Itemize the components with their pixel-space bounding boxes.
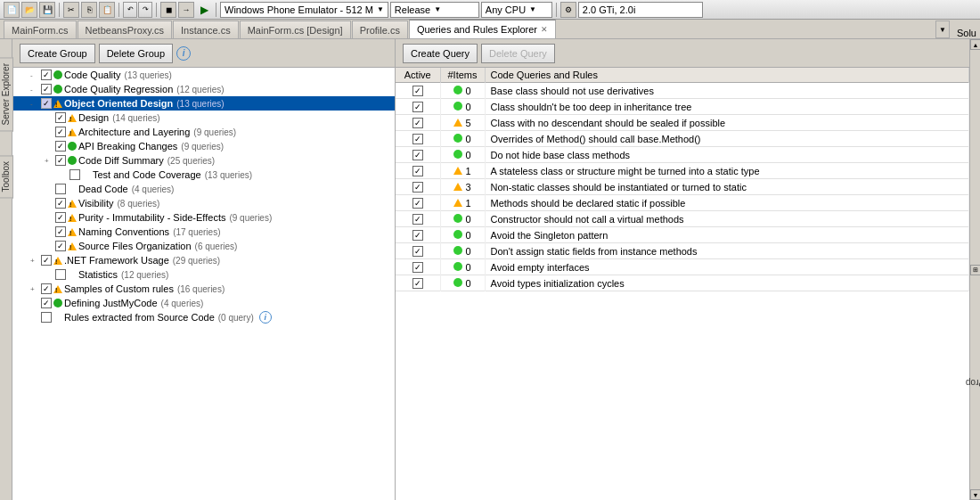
tree-item-test-coverage[interactable]: Test and Code Coverage (13 queries): [12, 168, 395, 182]
active-cell[interactable]: [396, 115, 440, 131]
tree-item-visibility[interactable]: Visibility (8 queries): [12, 196, 395, 210]
table-row[interactable]: 0 Overrides of Method() should call base…: [396, 131, 969, 147]
table-row[interactable]: 0 Avoid types initialization cycles: [396, 275, 969, 291]
checkbox-cq-regression[interactable]: [41, 84, 52, 94]
tree-item-code-diff[interactable]: + Code Diff Summary (25 queries): [12, 153, 395, 168]
tree-item-design[interactable]: Design (14 queries): [12, 111, 395, 125]
row-checkbox[interactable]: [412, 182, 423, 193]
active-cell[interactable]: [396, 99, 440, 115]
tab-instance-cs[interactable]: Instance.cs: [173, 20, 239, 38]
active-cell[interactable]: [396, 243, 440, 259]
copy-icon[interactable]: ⎘: [81, 2, 97, 18]
tree-item-statistics[interactable]: Statistics (12 queries): [12, 267, 395, 282]
tab-mainform-design[interactable]: MainForm.cs [Design]: [240, 20, 351, 38]
table-row[interactable]: 5 Class with no descendant should be sea…: [396, 115, 969, 131]
tree-item-samples[interactable]: + Samples of Custom rules (16 queries): [12, 282, 395, 296]
redo-button[interactable]: ↷: [138, 2, 152, 18]
row-checkbox[interactable]: [412, 262, 423, 273]
row-checkbox[interactable]: [412, 198, 423, 209]
tab-mainform-cs[interactable]: MainForm.cs: [4, 20, 77, 38]
properties-icon[interactable]: ⊞: [970, 265, 981, 275]
query-table[interactable]: Active #Items Code Queries and Rules 0 B…: [396, 68, 969, 500]
checkbox-statistics[interactable]: [55, 269, 66, 280]
close-icon[interactable]: ✕: [541, 25, 548, 34]
active-cell[interactable]: [396, 179, 440, 195]
emulator-dropdown[interactable]: Windows Phone Emulator - 512 M ▼: [220, 2, 388, 18]
row-checkbox[interactable]: [412, 246, 423, 257]
tree-area[interactable]: - Code Quality (13 queries) - Code Quali…: [12, 68, 395, 500]
info-icon[interactable]: i: [176, 46, 191, 61]
toolbox-tab[interactable]: Toolbox: [0, 155, 13, 198]
delete-group-button[interactable]: Delete Group: [99, 44, 173, 63]
checkbox-samples[interactable]: [41, 283, 52, 294]
table-row[interactable]: 0 Avoid the Singleton pattern: [396, 227, 969, 243]
active-cell[interactable]: [396, 227, 440, 243]
create-query-button[interactable]: Create Query: [403, 44, 478, 63]
row-checkbox[interactable]: [412, 230, 423, 241]
checkbox-design[interactable]: [55, 112, 66, 123]
row-checkbox[interactable]: [412, 102, 423, 112]
table-row[interactable]: 0 Class shouldn't be too deep in inherit…: [396, 99, 969, 115]
open-icon[interactable]: 📂: [21, 2, 37, 18]
checkbox-just-my-code[interactable]: [41, 298, 52, 308]
checkbox-code-quality[interactable]: [41, 70, 52, 80]
new-file-icon[interactable]: 📄: [4, 2, 20, 18]
run-button[interactable]: ▶: [196, 2, 212, 18]
row-checkbox[interactable]: [412, 166, 423, 176]
table-row[interactable]: 1 Methods should be declared static if p…: [396, 195, 969, 211]
checkbox-arch[interactable]: [55, 127, 66, 137]
tree-item-naming[interactable]: Naming Conventions (17 queries): [12, 225, 395, 239]
delete-query-button[interactable]: Delete Query: [481, 44, 555, 63]
table-row[interactable]: 0 Avoid empty interfaces: [396, 259, 969, 275]
tree-item-api-breaking[interactable]: API Breaking Changes (9 queries): [12, 139, 395, 153]
tabs-overflow-button[interactable]: ▼: [935, 20, 950, 38]
debug-icon[interactable]: ◼: [160, 2, 176, 18]
checkbox-visibility[interactable]: [55, 198, 66, 209]
active-cell[interactable]: [396, 163, 440, 179]
tree-item-cq-regression[interactable]: - Code Quality Regression (12 queries): [12, 82, 395, 96]
settings-icon[interactable]: ⚙: [560, 2, 576, 18]
info-icon-small[interactable]: i: [259, 311, 272, 324]
tree-item-code-quality[interactable]: - Code Quality (13 queries): [12, 68, 395, 82]
save-icon[interactable]: 💾: [39, 2, 55, 18]
step-icon[interactable]: →: [178, 2, 194, 18]
table-row[interactable]: 1 A stateless class or structure might b…: [396, 163, 969, 179]
checkbox-net-framework[interactable]: [41, 255, 52, 266]
cpu-dropdown[interactable]: Any CPU ▼: [481, 2, 552, 18]
tree-item-source-files[interactable]: Source Files Organization (6 queries): [12, 239, 395, 253]
checkbox-oo-design[interactable]: [41, 98, 52, 109]
row-checkbox[interactable]: [412, 278, 423, 289]
row-checkbox[interactable]: [412, 214, 423, 225]
paste-icon[interactable]: 📋: [99, 2, 115, 18]
table-row[interactable]: 3 Non-static classes should be instantia…: [396, 179, 969, 195]
checkbox-dead-code[interactable]: [55, 184, 66, 194]
tree-item-rules-extracted[interactable]: Rules extracted from Source Code (0 quer…: [12, 310, 395, 324]
row-checkbox[interactable]: [412, 86, 423, 96]
active-cell[interactable]: [396, 211, 440, 227]
active-cell[interactable]: [396, 275, 440, 291]
create-group-button[interactable]: Create Group: [20, 44, 95, 63]
checkbox-naming[interactable]: [55, 226, 66, 237]
undo-button[interactable]: ↶: [123, 2, 137, 18]
checkbox-purity[interactable]: [55, 212, 66, 223]
active-cell[interactable]: [396, 195, 440, 211]
active-cell[interactable]: [396, 83, 440, 99]
tree-item-just-my-code[interactable]: Defining JustMyCode (4 queries): [12, 296, 395, 310]
tree-item-oo-design[interactable]: - Object Oriented Design (13 queries): [12, 96, 395, 111]
tab-netbeans-proxy[interactable]: NetbeansProxy.cs: [78, 20, 172, 38]
tree-item-dead-code[interactable]: Dead Code (4 queries): [12, 182, 395, 196]
row-checkbox[interactable]: [412, 118, 423, 128]
row-checkbox[interactable]: [412, 134, 423, 144]
row-checkbox[interactable]: [412, 150, 423, 160]
release-dropdown[interactable]: Release ▼: [390, 2, 479, 18]
checkbox-source-files[interactable]: [55, 241, 66, 251]
checkbox-api-breaking[interactable]: [55, 141, 66, 152]
checkbox-test-coverage[interactable]: [69, 169, 80, 180]
scroll-up-button[interactable]: ▲: [970, 39, 980, 50]
active-cell[interactable]: [396, 147, 440, 163]
checkbox-code-diff[interactable]: [55, 155, 66, 166]
table-row[interactable]: 0 Do not hide base class methods: [396, 147, 969, 163]
active-cell[interactable]: [396, 259, 440, 275]
tree-item-purity[interactable]: Purity - Immutability - Side-Effects (9 …: [12, 210, 395, 225]
scroll-down-button[interactable]: ▼: [970, 489, 980, 500]
